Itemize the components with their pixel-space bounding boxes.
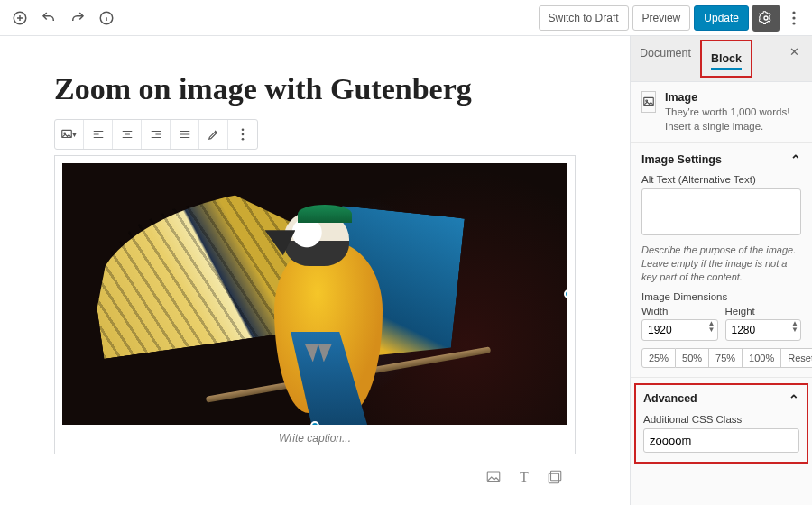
block-name: Image <box>665 91 801 104</box>
redo-button <box>65 5 90 31</box>
image-settings-toggle[interactable]: Image Settings ⌃ <box>641 152 801 167</box>
image-preview[interactable] <box>62 163 567 425</box>
height-label: Height <box>725 306 802 317</box>
spinner-icon[interactable]: ▲▼ <box>791 320 798 333</box>
insert-text-icon[interactable]: T <box>514 467 534 487</box>
inserter-shortcuts: T <box>54 467 576 487</box>
svg-point-2 <box>764 16 768 20</box>
insert-image-icon[interactable] <box>484 467 503 487</box>
reset-size-button[interactable]: Reset <box>781 348 812 368</box>
parrot-body <box>274 242 383 413</box>
svg-point-10 <box>242 138 245 141</box>
close-sidebar-button[interactable]: ✕ <box>777 36 812 81</box>
tab-document[interactable]: Document <box>631 36 700 81</box>
preset-50[interactable]: 50% <box>676 348 709 368</box>
spinner-icon[interactable]: ▲▼ <box>708 320 715 333</box>
editor-topbar: Switch to Draft Preview Update <box>0 0 812 36</box>
switch-to-draft-button[interactable]: Switch to Draft <box>539 5 629 31</box>
advanced-toggle[interactable]: Advanced ⌃ <box>643 392 799 407</box>
undo-button[interactable] <box>36 5 61 31</box>
image-icon <box>641 91 656 113</box>
css-class-input[interactable] <box>643 428 799 453</box>
chevron-up-icon: ⌃ <box>790 152 801 167</box>
chevron-up-icon: ⌃ <box>789 392 799 407</box>
edit-image-button[interactable] <box>199 120 228 149</box>
alt-text-input[interactable] <box>641 188 801 235</box>
preset-100[interactable]: 100% <box>743 348 781 368</box>
svg-point-5 <box>792 22 795 24</box>
size-presets: 25% 50% 75% 100% Reset <box>641 348 801 368</box>
parrot-head <box>284 210 349 266</box>
block-summary-panel: Image They're worth 1,000 words! Insert … <box>631 82 812 143</box>
width-input[interactable] <box>641 319 718 341</box>
update-button[interactable]: Update <box>694 5 749 31</box>
editor-canvas[interactable]: Zoom on image with Gutenberg ▼ <box>0 36 630 505</box>
alt-text-hint: Describe the purpose of the image. Leave… <box>641 243 801 284</box>
sidebar-tabs: Document Block ✕ <box>631 36 812 82</box>
tab-block[interactable]: Block <box>700 40 752 78</box>
settings-sidebar: Document Block ✕ Image They're worth 1,0… <box>630 36 812 505</box>
image-block[interactable]: Write caption... <box>54 155 576 454</box>
resize-handle-right[interactable] <box>564 289 567 298</box>
align-right-button[interactable] <box>142 120 171 149</box>
insert-gallery-icon[interactable] <box>545 467 565 487</box>
align-left-button[interactable] <box>84 120 113 149</box>
svg-point-4 <box>792 16 795 19</box>
preview-button[interactable]: Preview <box>632 5 691 31</box>
width-label: Width <box>641 306 718 317</box>
add-block-button[interactable] <box>7 5 32 31</box>
block-toolbar: ▼ <box>54 119 258 150</box>
alt-text-label: Alt Text (Alternative Text) <box>641 174 801 185</box>
chevron-down-icon: ▼ <box>71 131 78 139</box>
align-wide-button[interactable] <box>171 120 199 149</box>
height-input[interactable] <box>725 319 802 341</box>
advanced-panel: Advanced ⌃ Additional CSS Class <box>634 383 808 464</box>
align-center-button[interactable] <box>113 120 142 149</box>
svg-point-8 <box>242 128 245 131</box>
block-switcher-button[interactable]: ▼ <box>55 120 84 149</box>
image-caption-input[interactable]: Write caption... <box>62 425 567 446</box>
image-settings-panel: Image Settings ⌃ Alt Text (Alternative T… <box>631 143 812 378</box>
css-class-label: Additional CSS Class <box>643 414 799 425</box>
settings-toggle-button[interactable] <box>752 5 780 32</box>
preset-75[interactable]: 75% <box>709 348 743 368</box>
block-more-button[interactable] <box>228 120 257 149</box>
info-button[interactable] <box>94 5 119 31</box>
svg-point-9 <box>242 133 245 136</box>
dimensions-label: Image Dimensions <box>641 291 801 302</box>
editor-main: Zoom on image with Gutenberg ▼ <box>0 36 812 505</box>
svg-point-3 <box>792 11 795 14</box>
preset-25[interactable]: 25% <box>641 348 676 368</box>
post-title[interactable]: Zoom on image with Gutenberg <box>54 72 576 106</box>
block-description: They're worth 1,000 words! Insert a sing… <box>665 106 801 133</box>
more-menu-button[interactable] <box>783 5 805 32</box>
resize-handle-bottom[interactable] <box>310 421 319 425</box>
